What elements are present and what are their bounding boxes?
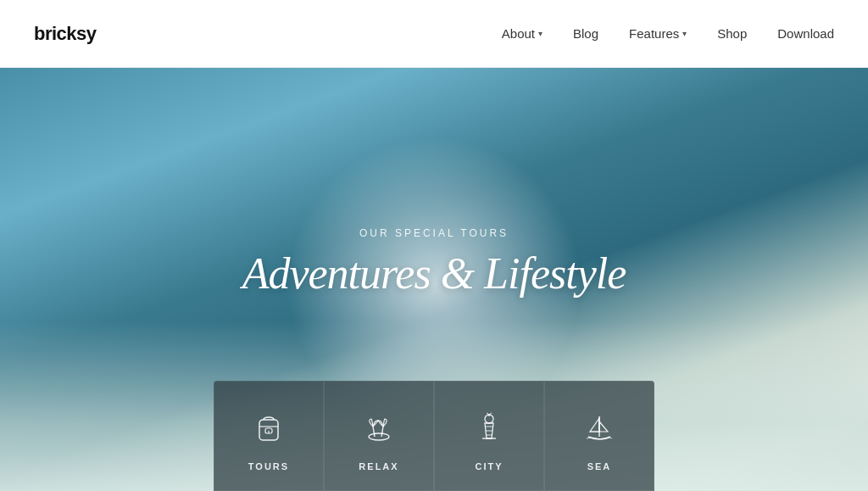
hero-title: Adventures & Lifestyle — [0, 249, 868, 298]
nav-item-about[interactable]: About ▾ — [502, 26, 542, 41]
header: bricksy About ▾ Blog Features ▾ Shop Dow… — [0, 0, 868, 68]
svg-line-6 — [381, 427, 383, 437]
svg-point-4 — [369, 433, 389, 440]
island-icon — [357, 405, 401, 449]
nav-item-download[interactable]: Download — [777, 26, 834, 41]
chevron-down-icon: ▾ — [538, 29, 542, 38]
tour-card-sea[interactable]: SEA — [544, 381, 654, 491]
main-nav: About ▾ Blog Features ▾ Shop Download — [502, 26, 834, 41]
hero-section: OUR SPECIAL TOURS Adventures & Lifestyle… — [0, 68, 868, 491]
tour-cards: TOURS RELAX — [214, 381, 654, 491]
lighthouse-icon — [467, 405, 511, 449]
chevron-down-icon: ▾ — [682, 29, 687, 38]
nav-item-shop[interactable]: Shop — [717, 26, 747, 41]
tour-label-city: CITY — [475, 461, 503, 471]
nav-item-features[interactable]: Features ▾ — [629, 26, 687, 41]
nav-item-blog[interactable]: Blog — [573, 26, 598, 41]
hero-subtitle: OUR SPECIAL TOURS — [0, 227, 868, 239]
logo[interactable]: bricksy — [34, 23, 97, 45]
tour-card-tours[interactable]: TOURS — [214, 381, 324, 491]
tour-label-tours: TOURS — [248, 461, 289, 471]
tour-card-relax[interactable]: RELAX — [324, 381, 434, 491]
tour-label-sea: SEA — [587, 461, 612, 471]
sailboat-icon — [577, 405, 621, 449]
tour-card-city[interactable]: CITY — [434, 381, 544, 491]
svg-line-5 — [373, 427, 375, 437]
svg-rect-0 — [259, 420, 278, 440]
backpack-icon — [247, 405, 291, 449]
hero-content: OUR SPECIAL TOURS Adventures & Lifestyle — [0, 227, 868, 298]
tour-label-relax: RELAX — [359, 461, 398, 471]
